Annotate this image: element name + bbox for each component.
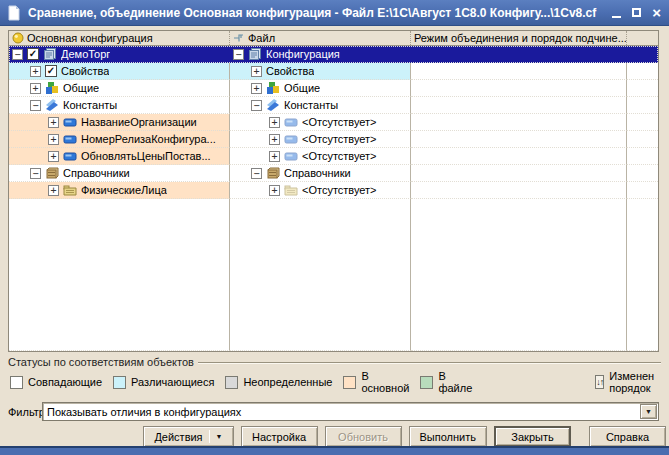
collapse-icon[interactable]: − [30,168,41,179]
tree-cell[interactable]: +✓Свойства [9,63,230,80]
expand-icon[interactable]: + [269,185,280,196]
include-checkbox[interactable]: ✓ [45,65,57,77]
include-checkbox[interactable]: ✓ [27,48,39,60]
button-label: Закрыть [511,431,553,443]
constant-icon [284,149,298,163]
tree-cell[interactable]: +НазваниеОрганизации [9,114,230,131]
button-separator [209,430,210,443]
tree-row[interactable]: −Константы−Константы [9,97,658,114]
common-icon [266,81,280,95]
extra-cell[interactable] [627,131,658,148]
tree-indent [12,105,30,106]
expand-icon[interactable]: + [48,117,59,128]
tree-row[interactable]: +Общие+Общие [9,80,658,97]
tree-cell[interactable]: +ОбновлятьЦеныПостав... [9,148,230,165]
merge-mode-cell[interactable] [411,46,627,63]
close-button[interactable]: Закрыть [494,426,571,447]
collapse-icon[interactable]: − [233,49,244,60]
tree-cell[interactable]: −✓ДемоТорг [9,46,230,63]
tree-row[interactable]: −✓ДемоТорг−Конфигурация [9,46,658,63]
tree-cell[interactable]: −Справочники [230,165,411,182]
merge-mode-cell[interactable] [411,148,627,165]
tree-cell[interactable]: −Конфигурация [230,46,411,63]
legend-label: В основной [361,370,409,394]
merge-mode-cell[interactable] [411,97,627,114]
expand-icon[interactable]: + [269,151,280,162]
tree-cell[interactable]: +ФизическиеЛица [9,182,230,199]
expand-icon[interactable]: + [269,117,280,128]
column-header-extra[interactable] [627,31,658,45]
column-header-merge-mode[interactable]: Режим объединения и порядок подчине... [411,31,627,45]
reorder-arrows-icon: ↓↑ [595,375,604,389]
tree-cell[interactable]: +Свойства [230,63,411,80]
tree-label: ОбновлятьЦеныПостав... [81,150,211,162]
maximize-button[interactable] [632,6,641,20]
extra-cell[interactable] [627,165,658,182]
collapse-icon[interactable]: − [12,49,23,60]
tree-row[interactable]: +НомерРелизаКонфигура...+<Отсутствует> [9,131,658,148]
configuration-icon [43,47,57,61]
legend-item: Различающиеся [113,376,214,389]
tree-row[interactable]: −Справочники−Справочники [9,165,658,182]
merge-mode-cell[interactable] [411,182,627,199]
column-header-main-configuration[interactable]: Основная конфигурация [9,31,230,45]
extra-cell[interactable] [627,46,658,63]
extra-cell[interactable] [627,63,658,80]
combo-dropdown-button[interactable]: ▼ [640,404,657,419]
column-header-label: Режим объединения и порядок подчине... [414,32,627,44]
tree-cell[interactable]: +<Отсутствует> [230,148,411,165]
legend-label: Совпадающие [28,376,102,388]
extra-cell[interactable] [627,97,658,114]
merge-mode-cell[interactable] [411,165,627,182]
expand-icon[interactable]: + [269,134,280,145]
help-button[interactable]: Справка [589,426,666,447]
expand-icon[interactable]: + [48,134,59,145]
expand-icon[interactable]: + [251,83,262,94]
tree-label: <Отсутствует> [302,133,377,145]
merge-mode-cell[interactable] [411,63,627,80]
expand-icon[interactable]: + [48,185,59,196]
extra-cell[interactable] [627,182,658,199]
tree-row[interactable]: +✓Свойства+Свойства [9,63,658,80]
collapse-icon[interactable]: − [251,100,262,111]
extra-cell[interactable] [627,80,658,97]
file-branch-icon [233,32,245,44]
tree-cell[interactable]: −Константы [9,97,230,114]
title-bar[interactable]: Сравнение, объединение Основная конфигур… [0,0,669,26]
refresh-button[interactable]: Обновить [325,426,402,447]
filter-combobox[interactable]: Показывать отличия в конфигурациях ▼ [42,402,659,421]
tree-cell[interactable]: +<Отсутствует> [230,114,411,131]
order-changed-label: Изменен порядок [609,370,661,394]
expand-icon[interactable]: + [251,66,262,77]
extra-cell[interactable] [627,148,658,165]
merge-mode-cell[interactable] [411,114,627,131]
tree-cell[interactable]: +НомерРелизаКонфигура... [9,131,230,148]
empty-cell [9,199,230,351]
expand-icon[interactable]: + [48,151,59,162]
close-icon[interactable]: × [652,6,661,20]
tree-cell[interactable]: −Справочники [9,165,230,182]
collapse-icon[interactable]: − [251,168,262,179]
tree-label: Справочники [63,167,130,179]
tree-cell[interactable]: −Константы [230,97,411,114]
column-header-file[interactable]: Файл [230,31,411,45]
minimize-button[interactable] [612,6,621,20]
tree-row[interactable]: +ФизическиеЛица+<Отсутствует> [9,182,658,199]
tree-cell[interactable]: +Общие [9,80,230,97]
tree-cell[interactable]: +Общие [230,80,411,97]
tree-row[interactable]: +ОбновлятьЦеныПостав...+<Отсутствует> [9,148,658,165]
tree-row[interactable]: +НазваниеОрганизации+<Отсутствует> [9,114,658,131]
merge-mode-cell[interactable] [411,80,627,97]
extra-cell[interactable] [627,114,658,131]
settings-button[interactable]: Настройка [241,426,318,447]
tree-cell[interactable]: +<Отсутствует> [230,131,411,148]
actions-button[interactable]: Действия▼ [143,426,233,447]
merge-mode-cell[interactable] [411,131,627,148]
expand-icon[interactable]: + [30,66,41,77]
button-label: Обновить [338,431,388,443]
collapse-icon[interactable]: − [30,100,41,111]
tree-cell[interactable]: +<Отсутствует> [230,182,411,199]
grid-header: Основная конфигурация Файл Режим объедин… [9,31,658,46]
execute-button[interactable]: Выполнить [409,426,487,447]
expand-icon[interactable]: + [30,83,41,94]
